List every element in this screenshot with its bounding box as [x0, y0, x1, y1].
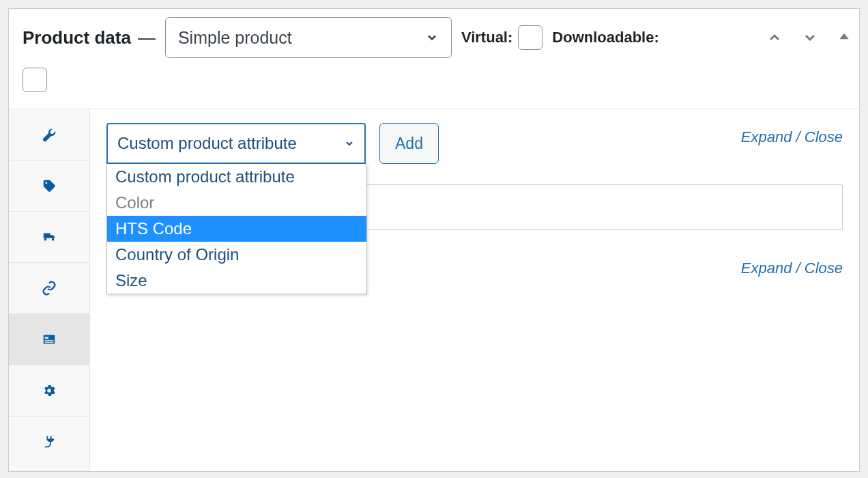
tabs-sidebar: [9, 109, 90, 471]
link-icon: [42, 281, 57, 296]
tab-attributes[interactable]: [9, 314, 89, 365]
downloadable-label: Downloadable:: [552, 29, 659, 46]
product-data-panel: Product data — Simple product Virtual: D…: [8, 8, 860, 472]
dropdown-option[interactable]: HTS Code: [107, 216, 366, 242]
downloadable-checkbox[interactable]: [23, 68, 47, 92]
dropdown-option[interactable]: Custom product attribute: [107, 164, 366, 190]
panel-title: Product data —: [23, 27, 156, 48]
plug-icon: [42, 434, 57, 449]
dash: —: [138, 27, 156, 48]
wrench-icon: [42, 127, 57, 142]
product-type-value: Simple product: [178, 28, 292, 48]
expand-close-bottom[interactable]: Expand / Close: [741, 259, 843, 277]
panel-header: Product data — Simple product Virtual: D…: [9, 9, 859, 109]
dropdown-option[interactable]: Country of Origin: [107, 242, 366, 268]
svg-marker-0: [839, 33, 848, 39]
attribute-select[interactable]: Custom product attribute Custom product …: [106, 123, 366, 164]
svg-rect-2: [45, 337, 49, 339]
attributes-content: Custom product attribute Custom product …: [90, 109, 859, 471]
attribute-select-value: Custom product attribute: [117, 134, 297, 153]
card-icon: [42, 332, 57, 347]
tab-inventory[interactable]: [9, 160, 89, 212]
panel-body: Custom product attribute Custom product …: [9, 109, 859, 471]
product-type-select[interactable]: Simple product: [165, 17, 452, 58]
svg-rect-4: [45, 342, 54, 343]
title-text: Product data: [23, 27, 131, 48]
add-button[interactable]: Add: [379, 123, 439, 164]
tab-advanced[interactable]: [9, 365, 89, 417]
truck-icon: [42, 229, 57, 244]
expand-close-top[interactable]: Expand / Close: [741, 128, 843, 146]
triangle-up-icon[interactable]: [837, 29, 851, 43]
virtual-label: Virtual:: [461, 29, 512, 46]
downloadable-option: Downloadable:: [552, 29, 659, 46]
chevron-down-icon: [344, 138, 355, 149]
panel-header-actions: [766, 29, 851, 46]
dropdown-option: Color: [107, 190, 366, 216]
virtual-checkbox[interactable]: [518, 25, 542, 50]
tab-shipping[interactable]: [9, 212, 89, 263]
attribute-dropdown: Custom product attribute Color HTS Code …: [106, 164, 367, 294]
svg-rect-3: [45, 340, 54, 341]
tab-linked-products[interactable]: [9, 263, 89, 314]
dropdown-option[interactable]: Size: [107, 268, 366, 294]
gear-icon: [42, 383, 57, 398]
chevron-down-icon: [425, 31, 439, 44]
chevron-up-icon[interactable]: [766, 29, 783, 46]
tab-general[interactable]: [9, 109, 89, 160]
chevron-down-icon[interactable]: [802, 29, 818, 46]
tag-icon: [42, 178, 57, 193]
tab-plugin[interactable]: [9, 417, 89, 467]
virtual-option: Virtual:: [461, 25, 542, 50]
attribute-add-row: Custom product attribute Custom product …: [106, 123, 843, 164]
header-second-row: [23, 68, 845, 95]
